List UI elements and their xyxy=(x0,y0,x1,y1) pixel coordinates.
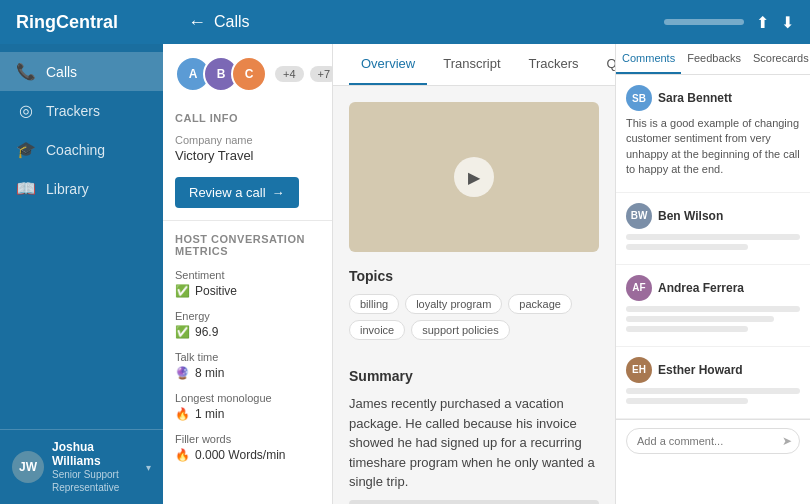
comment-input-wrapper: ➤ xyxy=(626,428,800,454)
sidebar-footer[interactable]: JW Joshua Williams Senior Support Repres… xyxy=(0,429,163,504)
left-panel: A B C +4 +7 CALL INFO Company name Victo… xyxy=(163,44,333,504)
metrics-section: HOST CONVERSATION METRICS Sentiment ✅ Po… xyxy=(163,220,332,486)
monologue-icon: 🔥 xyxy=(175,407,190,421)
tag-billing: billing xyxy=(349,294,399,314)
review-call-label: Review a call xyxy=(189,185,266,200)
chevron-down-icon: ▾ xyxy=(146,462,151,473)
user-info: Joshua Williams Senior Support Represent… xyxy=(52,440,138,494)
tag-invoice: invoice xyxy=(349,320,405,340)
metric-talk-time-label: Talk time xyxy=(175,351,320,363)
tab-transcript[interactable]: Transcript xyxy=(431,44,512,85)
header-nav: ← Calls xyxy=(188,12,414,33)
sidebar-item-calls[interactable]: 📞 Calls xyxy=(0,52,163,91)
coaching-icon: 🎓 xyxy=(16,140,36,159)
metric-longest-monologue: Longest monologue 🔥 1 min xyxy=(175,392,320,421)
tab-trackers[interactable]: Trackers xyxy=(517,44,591,85)
topics-title: Topics xyxy=(349,268,599,284)
tab-qa[interactable]: Q&A xyxy=(595,44,615,85)
commenter-name-2: Ben Wilson xyxy=(658,209,723,223)
metric-filler-words-value: 🔥 0.000 Words/min xyxy=(175,448,320,462)
top-header: RingCentral ← Calls ⬆ ⬇ xyxy=(0,0,810,44)
user-name: Joshua Williams xyxy=(52,440,138,468)
comment-skeleton-2a xyxy=(626,234,800,240)
sidebar-item-trackers-label: Trackers xyxy=(46,103,100,119)
video-player[interactable]: ▶ xyxy=(349,102,599,252)
metric-monologue-value: 🔥 1 min xyxy=(175,407,320,421)
call-info-label: CALL INFO xyxy=(175,112,320,124)
comment-input-area: ➤ xyxy=(616,419,810,462)
library-icon: 📖 xyxy=(16,179,36,198)
middle-panel: Overview Transcript Trackers Q&A Next st… xyxy=(333,44,615,504)
sidebar-item-library-label: Library xyxy=(46,181,89,197)
tab-overview[interactable]: Overview xyxy=(349,44,427,85)
call-avatars: A B C +4 +7 xyxy=(163,44,332,100)
sidebar: 📞 Calls ◎ Trackers 🎓 Coaching 📖 Library … xyxy=(0,44,163,504)
upload-icon[interactable]: ⬆ xyxy=(756,13,769,32)
commenter-avatar-4: EH xyxy=(626,357,652,383)
metric-sentiment-value: ✅ Positive xyxy=(175,284,320,298)
talk-time-icon: 🔮 xyxy=(175,366,190,380)
metric-filler-words-label: Filler words xyxy=(175,433,320,445)
sidebar-nav: 📞 Calls ◎ Trackers 🎓 Coaching 📖 Library xyxy=(0,44,163,429)
commenter-name-3: Andrea Ferrera xyxy=(658,281,744,295)
tabs-bar: Overview Transcript Trackers Q&A Next st… xyxy=(333,44,615,86)
send-icon[interactable]: ➤ xyxy=(782,434,792,448)
sidebar-item-coaching-label: Coaching xyxy=(46,142,105,158)
summary-text: James recently purchased a vacation pack… xyxy=(349,394,599,492)
commenter-name-1: Sara Bennett xyxy=(658,91,732,105)
trackers-icon: ◎ xyxy=(16,101,36,120)
back-button[interactable]: ← xyxy=(188,12,206,33)
commenter-avatar-3: AF xyxy=(626,275,652,301)
right-tab-comments[interactable]: Comments xyxy=(616,44,681,74)
comment-3-header: AF Andrea Ferrera xyxy=(626,275,800,301)
comment-text-1: This is a good example of changing custo… xyxy=(626,116,800,178)
avatar-3: C xyxy=(231,56,267,92)
header-icons: ⬆ ⬇ xyxy=(756,13,794,32)
filler-words-icon: 🔥 xyxy=(175,448,190,462)
comment-3: AF Andrea Ferrera xyxy=(616,265,810,347)
metrics-title: HOST CONVERSATION METRICS xyxy=(175,233,320,257)
main-layout: 📞 Calls ◎ Trackers 🎓 Coaching 📖 Library … xyxy=(0,44,810,504)
comment-input[interactable] xyxy=(626,428,800,454)
summary-title: Summary xyxy=(349,368,599,384)
app-logo: RingCentral xyxy=(16,12,176,33)
comment-skeleton-3a xyxy=(626,306,800,312)
comment-4-header: EH Esther Howard xyxy=(626,357,800,383)
calls-icon: 📞 xyxy=(16,62,36,81)
right-tab-feedbacks[interactable]: Feedbacks xyxy=(681,44,747,74)
metric-energy-value: ✅ 96.9 xyxy=(175,325,320,339)
sidebar-item-coaching[interactable]: 🎓 Coaching xyxy=(0,130,163,169)
user-role: Senior Support Representative xyxy=(52,468,138,494)
badge-count: +7 xyxy=(310,66,333,82)
metric-energy: Energy ✅ 96.9 xyxy=(175,310,320,339)
comment-2-header: BW Ben Wilson xyxy=(626,203,800,229)
comment-skeleton-4a xyxy=(626,388,800,394)
metric-sentiment: Sentiment ✅ Positive xyxy=(175,269,320,298)
review-call-button[interactable]: Review a call → xyxy=(175,177,299,208)
energy-icon: ✅ xyxy=(175,325,190,339)
comment-skeleton-3b xyxy=(626,316,774,322)
tag-package: package xyxy=(508,294,572,314)
play-button[interactable]: ▶ xyxy=(454,157,494,197)
commenter-avatar-1: SB xyxy=(626,85,652,111)
avatar-group: A B C xyxy=(175,56,267,92)
sidebar-item-trackers[interactable]: ◎ Trackers xyxy=(0,91,163,130)
skeleton-1 xyxy=(349,500,599,505)
company-name-value: Victory Travel xyxy=(175,148,320,163)
call-info-section: CALL INFO Company name Victory Travel Re… xyxy=(163,100,332,220)
comment-2: BW Ben Wilson xyxy=(616,193,810,265)
topics-tags: billing loyalty program package invoice … xyxy=(349,294,599,340)
topics-section: Topics billing loyalty program package i… xyxy=(333,268,615,368)
metric-talk-time-value: 🔮 8 min xyxy=(175,366,320,380)
company-name-label: Company name xyxy=(175,134,320,146)
progress-bar xyxy=(664,19,744,25)
right-panel: Comments Feedbacks Scorecards Highlights… xyxy=(615,44,810,504)
comment-1: SB Sara Bennett This is a good example o… xyxy=(616,75,810,193)
right-tab-scorecards[interactable]: Scorecards xyxy=(747,44,810,74)
commenter-name-4: Esther Howard xyxy=(658,363,743,377)
header-title: Calls xyxy=(214,13,250,31)
metric-monologue-label: Longest monologue xyxy=(175,392,320,404)
download-icon[interactable]: ⬇ xyxy=(781,13,794,32)
metric-sentiment-label: Sentiment xyxy=(175,269,320,281)
sidebar-item-library[interactable]: 📖 Library xyxy=(0,169,163,208)
